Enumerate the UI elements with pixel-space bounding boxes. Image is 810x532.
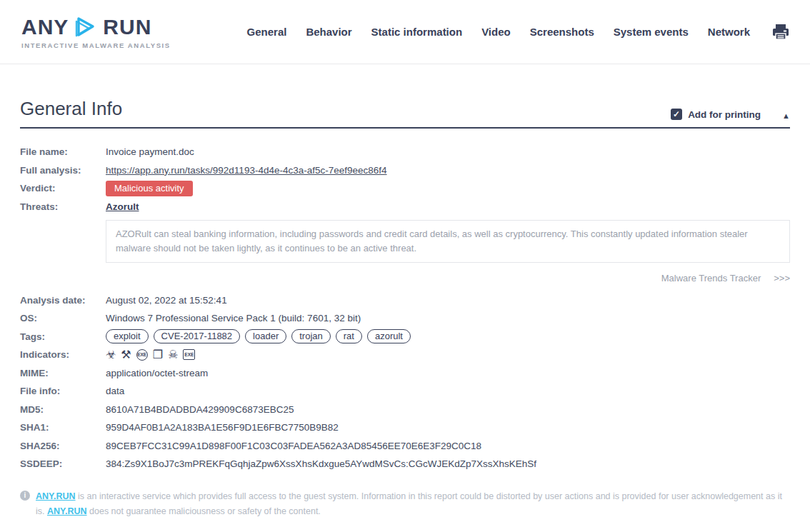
info-icon: i bbox=[20, 491, 30, 501]
row-file-name: File name: Invoice payment.doc bbox=[20, 143, 790, 161]
sha256-value: 89CEB7FCC31C99A1D898F00F1C03C03FADEA562A… bbox=[106, 441, 481, 451]
threat-description: AZORult can steal banking information, i… bbox=[106, 220, 790, 263]
row-os: OS: Windows 7 Professional Service Pack … bbox=[20, 309, 790, 328]
add-for-printing-label: Add for printing bbox=[688, 109, 761, 120]
row-file-info: File info: data bbox=[20, 382, 790, 401]
field-label: Threats: bbox=[20, 201, 106, 212]
nav-item-video[interactable]: Video bbox=[481, 26, 511, 38]
trends-row: Malware Trends Tracker >>> bbox=[20, 273, 790, 283]
nav-item-network[interactable]: Network bbox=[708, 26, 750, 38]
tag-list: exploit CVE-2017-11882 loader trojan rat… bbox=[106, 329, 411, 343]
tag-rat[interactable]: rat bbox=[336, 329, 362, 343]
checkbox-checked-icon[interactable]: ✓ bbox=[671, 109, 682, 120]
md5-value: 8610A71B4BDADBDA429909C6873EBC25 bbox=[106, 404, 294, 415]
field-label: Indicators: bbox=[20, 349, 106, 360]
nav-item-behavior[interactable]: Behavior bbox=[306, 26, 351, 38]
printer-icon[interactable] bbox=[771, 24, 790, 41]
row-threats: Threats: Azorult bbox=[20, 198, 790, 216]
copies-icon: ❐ bbox=[153, 348, 163, 361]
row-indicators: Indicators: ☣ ⚒ EXE ❐ ☠ EXE bbox=[20, 346, 790, 364]
ssdeep-value: 384:Zs9X1BoJ7c3mPREKFqGqhjaZpw6XssXhsKdx… bbox=[106, 458, 536, 469]
skull-icon: ☠ bbox=[168, 348, 178, 361]
nav-item-static-information[interactable]: Static information bbox=[371, 26, 463, 38]
field-label: SHA1: bbox=[20, 422, 106, 433]
info-rows: File name: Invoice payment.doc Full anal… bbox=[20, 143, 790, 473]
field-label: Full analysis: bbox=[20, 165, 106, 176]
tag-trojan[interactable]: trojan bbox=[291, 329, 331, 343]
mime-value: application/octet-stream bbox=[106, 368, 208, 378]
tag-cve-2017-11882[interactable]: CVE-2017-11882 bbox=[154, 329, 241, 343]
verdict-badge: Malicious activity bbox=[106, 181, 193, 196]
add-for-printing-option[interactable]: ✓ Add for printing bbox=[671, 109, 761, 120]
nav-item-screenshots[interactable]: Screenshots bbox=[530, 26, 594, 38]
field-label: File name: bbox=[20, 146, 106, 157]
anyrun-link-2[interactable]: ANY.RUN bbox=[47, 506, 87, 516]
file-name-value: Invoice payment.doc bbox=[106, 146, 194, 157]
header: ANY RUN INTERACTIVE MALWARE ANALYSIS Gen… bbox=[0, 0, 810, 64]
indicator-icons: ☣ ⚒ EXE ❐ ☠ EXE bbox=[106, 348, 195, 361]
malware-trends-tracker-link[interactable]: Malware Trends Tracker bbox=[661, 273, 761, 283]
row-verdict: Verdict: Malicious activity bbox=[20, 179, 790, 198]
collapse-section-icon[interactable]: ▲ bbox=[782, 111, 790, 120]
tag-azorult[interactable]: azorult bbox=[367, 329, 411, 343]
os-value: Windows 7 Professional Service Pack 1 (b… bbox=[106, 313, 361, 323]
threat-link[interactable]: Azorult bbox=[106, 201, 139, 212]
exe-dropped-icon: EXE bbox=[183, 349, 195, 360]
field-label: MIME: bbox=[20, 368, 106, 378]
row-md5: MD5: 8610A71B4BDADBDA429909C6873EBC25 bbox=[20, 400, 790, 418]
malicious-exe-icon: EXE bbox=[136, 349, 148, 361]
general-info-section: General Info ✓ Add for printing ▲ File n… bbox=[0, 98, 810, 532]
analysis-date-value: August 02, 2022 at 15:52:41 bbox=[106, 295, 227, 306]
row-full-analysis: Full analysis: https://app.any.run/tasks… bbox=[20, 161, 790, 180]
logo-text-run: RUN bbox=[103, 15, 151, 39]
main-nav: General Behavior Static information Vide… bbox=[247, 26, 750, 38]
field-label: Tags: bbox=[20, 331, 106, 342]
nav-item-general[interactable]: General bbox=[247, 26, 287, 38]
disclaimer: i ANY.RUN is an interactive service whic… bbox=[20, 489, 790, 518]
anyrun-logo[interactable]: ANY RUN INTERACTIVE MALWARE ANALYSIS bbox=[21, 15, 171, 49]
logo-text-any: ANY bbox=[21, 15, 69, 39]
row-ssdeep: SSDEEP: 384:Zs9X1BoJ7c3mPREKFqGqhjaZpw6X… bbox=[20, 455, 790, 473]
nav-item-system-events[interactable]: System events bbox=[614, 26, 689, 38]
anyrun-link-1[interactable]: ANY.RUN bbox=[36, 491, 76, 501]
disclaimer-text-2: does not guarantee maliciousness or safe… bbox=[87, 506, 321, 516]
play-logo-icon bbox=[71, 15, 100, 39]
field-label: MD5: bbox=[20, 404, 106, 415]
file-info-value: data bbox=[106, 386, 124, 396]
tools-icon: ⚒ bbox=[121, 348, 131, 361]
section-head: General Info ✓ Add for printing ▲ bbox=[20, 98, 790, 129]
trends-arrow-link[interactable]: >>> bbox=[774, 273, 790, 283]
field-label: Analysis date: bbox=[20, 295, 106, 306]
disclaimer-text: ANY.RUN is an interactive service which … bbox=[36, 489, 783, 518]
field-label: OS: bbox=[20, 313, 106, 323]
field-label: SSDEEP: bbox=[20, 458, 106, 469]
row-analysis-date: Analysis date: August 02, 2022 at 15:52:… bbox=[20, 291, 790, 309]
row-mime: MIME: application/octet-stream bbox=[20, 363, 790, 382]
biohazard-icon: ☣ bbox=[106, 348, 116, 361]
page-title: General Info bbox=[20, 98, 122, 120]
field-label: File info: bbox=[20, 386, 106, 396]
full-analysis-link[interactable]: https://app.any.run/tasks/992d1193-4d4e-… bbox=[106, 165, 387, 176]
tag-loader[interactable]: loader bbox=[245, 329, 286, 343]
row-tags: Tags: exploit CVE-2017-11882 loader troj… bbox=[20, 327, 790, 346]
field-label: Verdict: bbox=[20, 183, 106, 194]
row-sha256: SHA256: 89CEB7FCC31C99A1D898F00F1C03C03F… bbox=[20, 436, 790, 455]
field-label: SHA256: bbox=[20, 441, 106, 451]
row-sha1: SHA1: 959D4AF0B1A2A183BA1E56F9D1E6FBC775… bbox=[20, 418, 790, 437]
tag-exploit[interactable]: exploit bbox=[106, 329, 149, 343]
logo-tagline: INTERACTIVE MALWARE ANALYSIS bbox=[21, 41, 171, 49]
sha1-value: 959D4AF0B1A2A183BA1E56F9D1E6FBC7750B9B82 bbox=[106, 422, 339, 433]
